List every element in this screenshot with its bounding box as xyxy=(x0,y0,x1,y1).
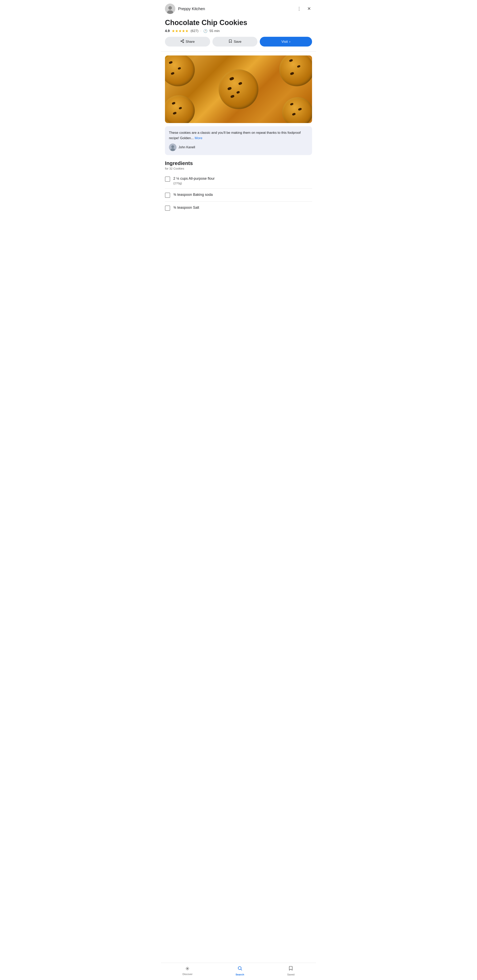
review-count: (627) xyxy=(191,29,199,33)
time-label: 55 min xyxy=(210,29,219,33)
clock-icon: 🕐 xyxy=(204,29,207,33)
ingredient-item: 2 ¼ cups All-purpose flour (270g) xyxy=(165,173,312,189)
ingredient-text-2: ¾ teaspoon Baking soda xyxy=(173,192,213,197)
header-icons: ⋮ ✕ xyxy=(296,5,312,12)
author-name: John Kanell xyxy=(178,145,195,149)
close-button[interactable]: ✕ xyxy=(306,5,312,12)
visit-button[interactable]: Visit › xyxy=(260,37,312,46)
stars: ★★★★★ xyxy=(172,29,189,33)
channel-name: Preppy Kitchen xyxy=(178,6,293,11)
svg-point-9 xyxy=(171,145,174,148)
recipe-image xyxy=(165,56,312,123)
ingredient-text-1: 2 ¼ cups All-purpose flour xyxy=(173,176,215,181)
ingredient-checkbox-3[interactable] xyxy=(165,205,170,211)
save-button[interactable]: Save xyxy=(213,37,258,46)
recipe-meta: 4.9 ★★★★★ (627) · 🕐 55 min xyxy=(165,29,312,33)
save-label: Save xyxy=(234,40,242,44)
header: Preppy Kitchen ⋮ ✕ xyxy=(161,0,316,17)
ingredients-subtitle: for 32 Cookies xyxy=(165,167,312,170)
ingredient-item: ¾ teaspoon Salt xyxy=(165,202,312,214)
ingredient-text-3: ¾ teaspoon Salt xyxy=(173,205,199,210)
ingredient-note-1: (270g) xyxy=(173,181,215,185)
separator: · xyxy=(200,29,201,33)
recipe-image-container xyxy=(161,52,316,126)
ingredient-item: ¾ teaspoon Baking soda xyxy=(165,189,312,202)
author-avatar xyxy=(169,143,176,151)
recipe-title: Chocolate Chip Cookies xyxy=(165,18,312,27)
description-card: These cookies are a classic and you'll b… xyxy=(165,126,312,155)
arrow-right-icon: › xyxy=(289,40,290,44)
ingredients-title: Ingredients xyxy=(165,160,312,166)
share-label: Share xyxy=(186,40,195,44)
svg-point-1 xyxy=(169,6,172,10)
ingredient-checkbox-1[interactable] xyxy=(165,177,170,182)
visit-label: Visit xyxy=(281,40,288,44)
save-icon xyxy=(228,39,232,44)
action-buttons: Share Save Visit › xyxy=(165,37,312,46)
description-more-link[interactable]: More xyxy=(195,136,202,140)
recipe-info: Chocolate Chip Cookies 4.9 ★★★★★ (627) ·… xyxy=(161,17,316,51)
rating-score: 4.9 xyxy=(165,29,170,33)
svg-line-6 xyxy=(182,41,183,42)
cookie-visual xyxy=(165,56,312,123)
svg-line-7 xyxy=(182,40,183,41)
ingredients-section: Ingredients for 32 Cookies 2 ¼ cups All-… xyxy=(161,158,316,214)
channel-avatar[interactable] xyxy=(165,3,175,14)
more-button[interactable]: ⋮ xyxy=(296,5,302,12)
share-button[interactable]: Share xyxy=(165,37,210,46)
share-icon xyxy=(180,39,184,44)
ingredient-checkbox-2[interactable] xyxy=(165,192,170,198)
author-row: John Kanell xyxy=(169,143,308,151)
description-text: These cookies are a classic and you'll b… xyxy=(169,130,308,141)
